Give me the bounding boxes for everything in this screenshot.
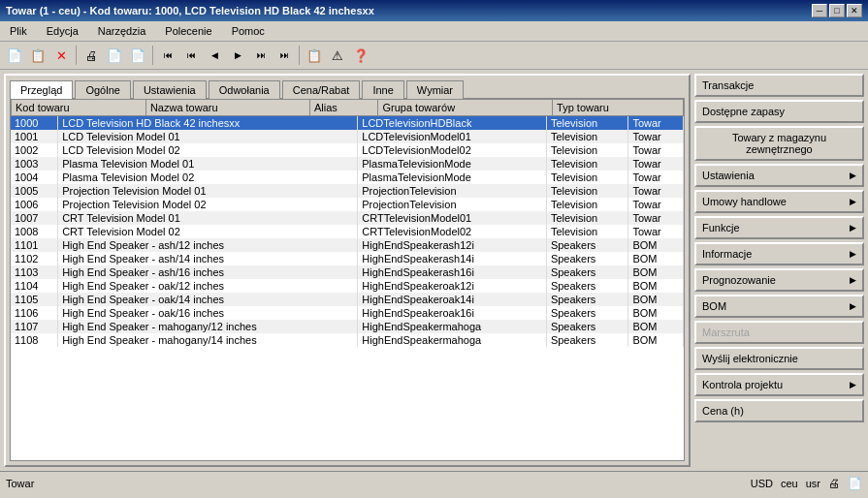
toolbar-prev[interactable]: ◀ <box>204 45 225 66</box>
col-header-code[interactable]: Kod towaru <box>12 100 146 116</box>
toolbar: 📄 📋 ✕ 🖨 📄 📄 ⏮ ⏮ ◀ ▶ ⏭ ⏭ 📋 ⚠ ❓ <box>0 42 868 70</box>
status-doc-icon[interactable]: 📄 <box>848 477 862 490</box>
status-currency: USD <box>751 478 773 489</box>
table-row[interactable]: 1000LCD Television HD Black 42 inchesxxL… <box>11 116 684 130</box>
table-row[interactable]: 1001LCD Television Model 01LCDTelevision… <box>11 130 684 143</box>
table-row[interactable]: 1003Plasma Television Model 01PlasmaTele… <box>11 157 684 171</box>
right-btn-label-8: BOM <box>702 300 726 312</box>
right-btn-12[interactable]: Cena (h) <box>694 399 864 422</box>
toolbar-delete[interactable]: ✕ <box>50 45 72 66</box>
title-bar: Towar (1 - ceu) - Kod towaru: 1000, LCD … <box>0 0 868 21</box>
toolbar-separator-1 <box>76 46 77 65</box>
right-panel: TransakcjeDostępne zapasyTowary z magazy… <box>694 74 864 467</box>
right-btn-0[interactable]: Transakcje <box>694 74 864 97</box>
table-row[interactable]: 1106High End Speaker - oak/16 inchesHigh… <box>11 306 684 320</box>
close-button[interactable]: ✕ <box>847 4 862 17</box>
table-row[interactable]: 1007CRT Television Model 01CRTTelevision… <box>11 211 684 225</box>
col-header-type[interactable]: Typ towaru <box>553 100 684 116</box>
arrow-icon-11: ▶ <box>850 380 856 389</box>
right-btn-label-2: Towary z magazynu zewnętrznego <box>702 132 856 155</box>
col-header-name[interactable]: Nazwa towaru <box>145 100 309 116</box>
right-btn-label-0: Transakcje <box>702 79 754 91</box>
menu-plik[interactable]: Plik <box>4 23 33 39</box>
toolbar-copy2[interactable]: 📋 <box>304 45 325 66</box>
toolbar-prev-fast[interactable]: ⏮ <box>180 45 202 66</box>
table-row[interactable]: 1105High End Speaker - oak/14 inchesHigh… <box>11 293 684 306</box>
table-row[interactable]: 1101High End Speaker - ash/12 inchesHigh… <box>11 238 684 252</box>
right-btn-4[interactable]: Umowy handlowe▶ <box>694 190 864 213</box>
right-btn-11[interactable]: Kontrola projektu▶ <box>694 373 864 396</box>
tab-przeglad[interactable]: Przegląd <box>10 80 73 99</box>
table-row[interactable]: 1102High End Speaker - ash/14 inchesHigh… <box>11 252 684 265</box>
status-text: Towar <box>6 478 34 489</box>
table-row[interactable]: 1103High End Speaker - ash/16 inchesHigh… <box>11 265 684 279</box>
table-row[interactable]: 1006Projection Television Model 02Projec… <box>11 198 684 211</box>
toolbar-new[interactable]: 📄 <box>4 45 25 66</box>
table-row[interactable]: 1002LCD Television Model 02LCDTelevision… <box>11 143 684 157</box>
right-btn-10[interactable]: Wyślij elektronicznie <box>694 347 864 370</box>
status-print-icon[interactable]: 🖨 <box>828 477 840 490</box>
arrow-icon-8: ▶ <box>850 301 856 311</box>
toolbar-doc1[interactable]: 📄 <box>104 45 125 66</box>
window-title: Towar (1 - ceu) - Kod towaru: 1000, LCD … <box>6 5 374 16</box>
menu-edycja[interactable]: Edycja <box>41 23 84 39</box>
minimize-button[interactable]: ─ <box>812 4 827 17</box>
tab-bar: Przegląd Ogólne Ustawienia Odwołania Cen… <box>6 76 689 98</box>
tab-wymiar[interactable]: Wymiar <box>406 80 464 99</box>
table-row[interactable]: 1107High End Speaker - mahogany/12 inche… <box>11 320 684 333</box>
right-btn-6[interactable]: Informacje▶ <box>694 242 864 265</box>
col-header-group[interactable]: Grupa towarów <box>378 100 553 116</box>
right-btn-label-6: Informacje <box>702 248 752 260</box>
right-btn-label-3: Ustawienia <box>702 170 755 181</box>
arrow-icon-6: ▶ <box>850 249 856 259</box>
tab-ustawienia[interactable]: Ustawienia <box>133 80 207 99</box>
toolbar-copy[interactable]: 📋 <box>27 45 48 66</box>
toolbar-print[interactable]: 🖨 <box>80 45 102 66</box>
col-header-alias[interactable]: Alias <box>309 100 378 116</box>
menu-narzedzia[interactable]: Narzędzia <box>92 23 152 39</box>
right-btn-label-10: Wyślij elektronicznie <box>702 353 798 364</box>
table-row[interactable]: 1004Plasma Television Model 02PlasmaTele… <box>11 171 684 184</box>
menu-polecenie[interactable]: Polecenie <box>159 23 217 39</box>
status-company: ceu <box>781 478 798 489</box>
toolbar-next-fast[interactable]: ⏭ <box>250 45 272 66</box>
status-right: USD ceu usr 🖨 📄 <box>751 477 862 490</box>
right-btn-label-1: Dostępne zapasy <box>702 106 785 117</box>
right-btn-label-5: Funkcje <box>702 222 740 233</box>
table-scroll-area[interactable]: 1000LCD Television HD Black 42 inchesxxL… <box>11 116 684 460</box>
window-controls[interactable]: ─ □ ✕ <box>812 4 862 17</box>
menu-pomoc[interactable]: Pomoc <box>226 23 271 39</box>
right-btn-1[interactable]: Dostępne zapasy <box>694 100 864 123</box>
toolbar-help[interactable]: ❓ <box>350 45 371 66</box>
toolbar-next[interactable]: ▶ <box>227 45 248 66</box>
right-btn-2[interactable]: Towary z magazynu zewnętrznego <box>694 126 864 161</box>
right-btn-9: Marszruta <box>694 321 864 344</box>
tab-odwolania[interactable]: Odwołania <box>209 80 280 99</box>
right-btn-label-7: Prognozowanie <box>702 274 776 286</box>
toolbar-doc2[interactable]: 📄 <box>127 45 148 66</box>
maximize-button[interactable]: □ <box>829 4 845 17</box>
arrow-icon-3: ▶ <box>850 171 856 180</box>
tab-content: Kod towaru Nazwa towaru Alias Grupa towa… <box>10 98 685 461</box>
toolbar-warn[interactable]: ⚠ <box>327 45 348 66</box>
right-btn-7[interactable]: Prognozowanie▶ <box>694 268 864 292</box>
table-row[interactable]: 1008CRT Television Model 02CRTTelevision… <box>11 225 684 238</box>
right-btn-5[interactable]: Funkcje▶ <box>694 216 864 239</box>
right-btn-label-9: Marszruta <box>702 327 750 338</box>
right-btn-label-11: Kontrola projektu <box>702 379 783 390</box>
right-btn-8[interactable]: BOM▶ <box>694 295 864 318</box>
tab-ogolne[interactable]: Ogólne <box>75 80 130 99</box>
toolbar-first[interactable]: ⏮ <box>157 45 178 66</box>
tab-inne[interactable]: Inne <box>362 80 403 99</box>
right-btn-3[interactable]: Ustawienia▶ <box>694 164 864 187</box>
arrow-icon-4: ▶ <box>850 197 856 206</box>
main-layout: Przegląd Ogólne Ustawienia Odwołania Cen… <box>0 70 868 471</box>
table-row[interactable]: 1108High End Speaker - mahogany/14 inche… <box>11 333 684 347</box>
menu-bar: Plik Edycja Narzędzia Polecenie Pomoc <box>0 21 868 42</box>
table-row[interactable]: 1104High End Speaker - oak/12 inchesHigh… <box>11 279 684 293</box>
toolbar-last[interactable]: ⏭ <box>273 45 295 66</box>
right-btn-label-4: Umowy handlowe <box>702 196 787 207</box>
tab-cena-rabat[interactable]: Cena/Rabat <box>282 80 361 99</box>
table-row[interactable]: 1005Projection Television Model 01Projec… <box>11 184 684 198</box>
toolbar-separator-2 <box>152 46 153 65</box>
